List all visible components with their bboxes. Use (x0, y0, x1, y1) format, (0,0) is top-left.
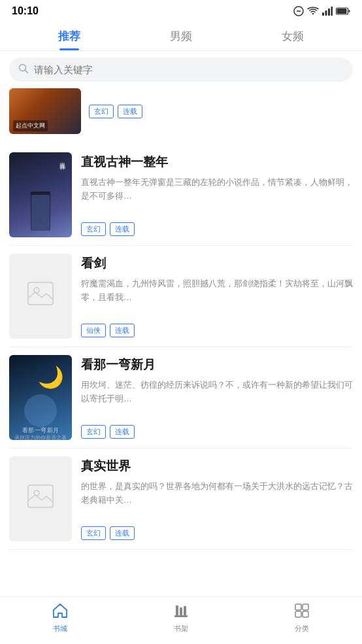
svg-rect-11 (28, 282, 53, 305)
book-tags-4: 玄幻 连载 (81, 526, 353, 540)
svg-rect-16 (176, 605, 178, 615)
book-info-2: 看剑 狩魔需渴血，九州恃风雷，照胆撼八荒，那剑绕指柔！灾劫将至，山河飘零，且看我… (81, 254, 353, 339)
book-desc-1: 直视古神一整年无弹窗是三藏的左轮的小说作品，情节紧凑，人物鲜明，是不可多得… (81, 176, 353, 216)
dnd-icon (293, 6, 304, 16)
svg-rect-18 (184, 606, 186, 615)
nav-item-category[interactable]: 分类 (276, 602, 328, 634)
wifi-icon (307, 7, 319, 16)
search-icon (18, 63, 29, 76)
svg-rect-22 (303, 611, 308, 617)
book-tag-1-1[interactable]: 连载 (110, 222, 135, 236)
book-list: 起点中文网 玄幻 连载 直视古神 直视古神一整年 直视古神一整年无弹窗是三藏的左… (0, 88, 362, 550)
nav-item-bookstore[interactable]: 书城 (34, 602, 86, 634)
book-cover-2 (9, 254, 72, 339)
banner-item[interactable]: 起点中文网 玄幻 连载 (9, 88, 353, 139)
book-item-2[interactable]: 看剑 狩魔需渴血，九州恃风雷，照胆撼八荒，那剑绕指柔！灾劫将至，山河飘零，且看我… (9, 246, 353, 347)
svg-line-10 (25, 71, 28, 73)
search-input[interactable] (34, 64, 344, 75)
placeholder-icon-4 (27, 484, 54, 514)
book-title-4: 真实世界 (81, 458, 353, 475)
book-desc-3: 用坎坷、迷茫、彷徨的经历来诉说吗？不，或许有一种新的希望让我们可以寄托于明… (81, 379, 353, 418)
book-desc-4: 的世界，是真实的吗？世界各地为何都有一场关于大洪水的远古记忆？古老典籍中关… (81, 480, 353, 520)
svg-rect-20 (303, 604, 308, 610)
book-tag-3-0[interactable]: 玄幻 (81, 425, 106, 439)
nav-label-category: 分类 (295, 624, 309, 634)
book-item-3[interactable]: 看那一弯新月 承担压力的你是否之著 看那一弯新月 用坎坷、迷茫、彷徨的经历来诉说… (9, 347, 353, 449)
book-tags-3: 玄幻 连载 (81, 425, 353, 439)
svg-rect-7 (337, 8, 347, 14)
status-time: 10:10 (12, 5, 39, 17)
tab-recommend[interactable]: 推荐 (13, 20, 125, 50)
book-item-4[interactable]: 真实世界 的世界，是真实的吗？世界各地为何都有一场关于大洪水的远古记忆？古老典籍… (9, 449, 353, 550)
book-info-1: 直视古神一整年 直视古神一整年无弹窗是三藏的左轮的小说作品，情节紧凑，人物鲜明，… (81, 152, 353, 237)
book-tag-3-1[interactable]: 连载 (110, 425, 135, 439)
svg-rect-5 (331, 7, 333, 16)
book-tags-2: 仙侠 连载 (81, 324, 353, 337)
svg-rect-19 (295, 604, 301, 610)
banner-tag-0[interactable]: 玄幻 (89, 105, 114, 118)
tab-female[interactable]: 女频 (237, 20, 349, 50)
book-tags-1: 玄幻 连载 (81, 222, 353, 236)
battery-icon (336, 7, 350, 15)
nav-label-bookstore: 书城 (53, 624, 67, 634)
grid-icon (293, 602, 310, 622)
signal-icon (322, 7, 333, 16)
book-tag-1-0[interactable]: 玄幻 (81, 222, 106, 236)
book-title-2: 看剑 (81, 255, 353, 272)
book-item-1[interactable]: 直视古神 直视古神一整年 直视古神一整年无弹窗是三藏的左轮的小说作品，情节紧凑，… (9, 144, 353, 246)
banner-cover: 起点中文网 (9, 88, 81, 134)
placeholder-icon-2 (27, 282, 54, 311)
book-info-3: 看那一弯新月 用坎坷、迷茫、彷徨的经历来诉说吗？不，或许有一种新的希望让我们可以… (81, 355, 353, 440)
book-cover-3: 看那一弯新月 承担压力的你是否之著 (9, 355, 72, 440)
svg-rect-13 (28, 485, 53, 507)
book-cover-4 (9, 456, 72, 541)
banner-tags: 玄幻 连载 (89, 105, 142, 118)
search-bar-wrap (0, 51, 362, 88)
svg-rect-17 (180, 607, 182, 615)
nav-item-bookshelf[interactable]: 书架 (155, 602, 207, 634)
status-icons (293, 6, 350, 16)
svg-rect-2 (322, 12, 324, 16)
book-desc-2: 狩魔需渴血，九州恃风雷，照胆撼八荒，那剑绕指柔！灾劫将至，山河飘零，且看我… (81, 277, 353, 317)
svg-rect-3 (325, 10, 327, 16)
book-title-1: 直视古神一整年 (81, 154, 353, 171)
svg-rect-15 (174, 615, 188, 617)
banner-label: 起点中文网 (13, 120, 48, 131)
book-title-3: 看那一弯新月 (81, 356, 353, 373)
bottom-nav: 书城 书架 分类 (0, 596, 362, 644)
bookshelf-icon (173, 602, 189, 622)
search-bar[interactable] (9, 58, 353, 82)
banner-tag-1[interactable]: 连载 (118, 105, 142, 118)
book-tag-4-1[interactable]: 连载 (110, 526, 135, 540)
home-icon (52, 602, 69, 622)
book-tag-2-0[interactable]: 仙侠 (81, 324, 106, 337)
status-bar: 10:10 (0, 0, 362, 20)
top-tabs: 推荐 男频 女频 (0, 20, 362, 51)
svg-rect-21 (295, 611, 301, 617)
nav-label-bookshelf: 书架 (174, 624, 188, 634)
book-info-4: 真实世界 的世界，是真实的吗？世界各地为何都有一场关于大洪水的远古记忆？古老典籍… (81, 456, 353, 541)
svg-rect-4 (328, 8, 330, 16)
book-tag-4-0[interactable]: 玄幻 (81, 526, 106, 540)
book-cover-1: 直视古神 (9, 152, 72, 237)
book-tag-2-1[interactable]: 连载 (110, 324, 135, 337)
svg-rect-8 (349, 10, 350, 12)
tab-male[interactable]: 男频 (125, 20, 237, 50)
